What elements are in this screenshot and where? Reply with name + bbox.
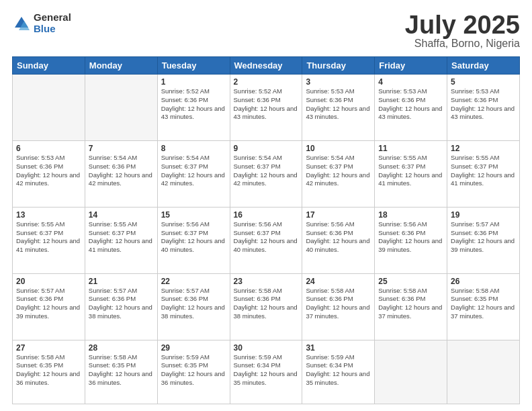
calendar-cell: 29Sunrise: 5:59 AM Sunset: 6:35 PM Dayli… <box>157 340 230 404</box>
calendar-cell: 9Sunrise: 5:54 AM Sunset: 6:37 PM Daylig… <box>230 140 302 207</box>
day-info: Sunrise: 5:54 AM Sunset: 6:37 PM Dayligh… <box>161 154 226 188</box>
col-friday: Friday <box>375 57 447 75</box>
day-number: 29 <box>161 343 226 353</box>
day-info: Sunrise: 5:54 AM Sunset: 6:36 PM Dayligh… <box>89 154 154 188</box>
day-info: Sunrise: 5:55 AM Sunset: 6:37 PM Dayligh… <box>451 154 516 188</box>
day-number: 25 <box>378 277 443 286</box>
col-thursday: Thursday <box>302 57 375 75</box>
day-info: Sunrise: 5:54 AM Sunset: 6:37 PM Dayligh… <box>306 154 371 188</box>
col-monday: Monday <box>85 57 157 75</box>
logo: General Blue <box>12 12 71 34</box>
day-info: Sunrise: 5:58 AM Sunset: 6:36 PM Dayligh… <box>306 287 371 321</box>
day-info: Sunrise: 5:53 AM Sunset: 6:36 PM Dayligh… <box>16 154 81 188</box>
calendar-cell: 18Sunrise: 5:56 AM Sunset: 6:36 PM Dayli… <box>375 207 447 273</box>
day-number: 7 <box>89 144 154 153</box>
day-info: Sunrise: 5:52 AM Sunset: 6:36 PM Dayligh… <box>234 87 299 122</box>
day-info: Sunrise: 5:56 AM Sunset: 6:37 PM Dayligh… <box>234 220 299 255</box>
calendar-cell: 24Sunrise: 5:58 AM Sunset: 6:36 PM Dayli… <box>302 273 375 340</box>
day-info: Sunrise: 5:56 AM Sunset: 6:36 PM Dayligh… <box>306 220 371 255</box>
calendar-cell: 13Sunrise: 5:55 AM Sunset: 6:37 PM Dayli… <box>13 207 85 273</box>
calendar-cell: 1Sunrise: 5:52 AM Sunset: 6:36 PM Daylig… <box>157 75 230 141</box>
calendar-cell: 16Sunrise: 5:56 AM Sunset: 6:37 PM Dayli… <box>230 207 302 273</box>
day-info: Sunrise: 5:56 AM Sunset: 6:36 PM Dayligh… <box>378 220 443 255</box>
day-number: 2 <box>234 77 299 87</box>
col-sunday: Sunday <box>13 57 85 75</box>
calendar-cell: 4Sunrise: 5:53 AM Sunset: 6:36 PM Daylig… <box>375 75 447 141</box>
day-number: 17 <box>306 210 371 220</box>
col-wednesday: Wednesday <box>230 57 302 75</box>
day-info: Sunrise: 5:55 AM Sunset: 6:37 PM Dayligh… <box>16 220 81 255</box>
title-month: July 2025 <box>405 12 520 38</box>
day-number: 4 <box>378 77 443 87</box>
day-number: 8 <box>161 144 226 153</box>
day-number: 14 <box>89 210 154 220</box>
day-info: Sunrise: 5:57 AM Sunset: 6:36 PM Dayligh… <box>161 287 226 321</box>
day-info: Sunrise: 5:57 AM Sunset: 6:36 PM Dayligh… <box>16 287 81 321</box>
calendar-cell: 11Sunrise: 5:55 AM Sunset: 6:37 PM Dayli… <box>375 140 447 207</box>
calendar-cell: 26Sunrise: 5:58 AM Sunset: 6:35 PM Dayli… <box>447 273 520 340</box>
calendar-cell: 19Sunrise: 5:57 AM Sunset: 6:36 PM Dayli… <box>447 207 520 273</box>
calendar-cell: 22Sunrise: 5:57 AM Sunset: 6:36 PM Dayli… <box>157 273 230 340</box>
day-info: Sunrise: 5:56 AM Sunset: 6:37 PM Dayligh… <box>161 220 226 255</box>
day-number: 11 <box>378 144 443 153</box>
week-row: 13Sunrise: 5:55 AM Sunset: 6:37 PM Dayli… <box>13 207 520 273</box>
day-number: 23 <box>234 277 299 286</box>
calendar-cell: 25Sunrise: 5:58 AM Sunset: 6:36 PM Dayli… <box>375 273 447 340</box>
header: General Blue July 2025 Shaffa, Borno, Ni… <box>12 12 520 50</box>
calendar-cell: 28Sunrise: 5:58 AM Sunset: 6:35 PM Dayli… <box>85 340 157 404</box>
day-number: 15 <box>161 210 226 220</box>
calendar-cell <box>447 340 520 404</box>
day-info: Sunrise: 5:57 AM Sunset: 6:36 PM Dayligh… <box>89 287 154 321</box>
day-info: Sunrise: 5:53 AM Sunset: 6:36 PM Dayligh… <box>451 87 516 122</box>
day-number: 31 <box>306 343 371 353</box>
day-info: Sunrise: 5:58 AM Sunset: 6:35 PM Dayligh… <box>89 353 154 387</box>
day-info: Sunrise: 5:55 AM Sunset: 6:37 PM Dayligh… <box>378 154 443 188</box>
day-number: 27 <box>16 343 81 353</box>
logo-general-text: General <box>34 12 71 24</box>
logo-icon <box>12 14 31 33</box>
calendar-cell: 23Sunrise: 5:58 AM Sunset: 6:36 PM Dayli… <box>230 273 302 340</box>
day-info: Sunrise: 5:55 AM Sunset: 6:37 PM Dayligh… <box>89 220 154 255</box>
calendar-cell: 17Sunrise: 5:56 AM Sunset: 6:36 PM Dayli… <box>302 207 375 273</box>
calendar-cell: 12Sunrise: 5:55 AM Sunset: 6:37 PM Dayli… <box>447 140 520 207</box>
calendar-cell: 3Sunrise: 5:53 AM Sunset: 6:36 PM Daylig… <box>302 75 375 141</box>
day-info: Sunrise: 5:53 AM Sunset: 6:36 PM Dayligh… <box>306 87 371 122</box>
day-info: Sunrise: 5:58 AM Sunset: 6:36 PM Dayligh… <box>234 287 299 321</box>
day-info: Sunrise: 5:53 AM Sunset: 6:36 PM Dayligh… <box>378 87 443 122</box>
calendar-cell: 31Sunrise: 5:59 AM Sunset: 6:34 PM Dayli… <box>302 340 375 404</box>
day-info: Sunrise: 5:58 AM Sunset: 6:36 PM Dayligh… <box>378 287 443 321</box>
day-info: Sunrise: 5:58 AM Sunset: 6:35 PM Dayligh… <box>16 353 81 387</box>
day-number: 26 <box>451 277 516 286</box>
day-number: 10 <box>306 144 371 153</box>
title-location: Shaffa, Borno, Nigeria <box>405 38 520 50</box>
day-info: Sunrise: 5:59 AM Sunset: 6:34 PM Dayligh… <box>306 353 371 387</box>
calendar-cell: 15Sunrise: 5:56 AM Sunset: 6:37 PM Dayli… <box>157 207 230 273</box>
day-number: 3 <box>306 77 371 87</box>
day-number: 6 <box>16 144 81 153</box>
day-number: 24 <box>306 277 371 286</box>
day-number: 22 <box>161 277 226 286</box>
day-info: Sunrise: 5:58 AM Sunset: 6:35 PM Dayligh… <box>451 287 516 321</box>
page: General Blue July 2025 Shaffa, Borno, Ni… <box>0 0 532 411</box>
day-number: 16 <box>234 210 299 220</box>
header-row: Sunday Monday Tuesday Wednesday Thursday… <box>13 57 520 75</box>
calendar-cell: 7Sunrise: 5:54 AM Sunset: 6:36 PM Daylig… <box>85 140 157 207</box>
day-number: 1 <box>161 77 226 87</box>
logo-blue-text: Blue <box>34 24 71 35</box>
calendar-cell: 10Sunrise: 5:54 AM Sunset: 6:37 PM Dayli… <box>302 140 375 207</box>
calendar-cell: 5Sunrise: 5:53 AM Sunset: 6:36 PM Daylig… <box>447 75 520 141</box>
col-tuesday: Tuesday <box>157 57 230 75</box>
week-row: 6Sunrise: 5:53 AM Sunset: 6:36 PM Daylig… <box>13 140 520 207</box>
title-block: July 2025 Shaffa, Borno, Nigeria <box>405 12 520 50</box>
calendar-cell <box>85 75 157 141</box>
logo-text: General Blue <box>34 12 71 34</box>
calendar-cell <box>375 340 447 404</box>
day-number: 13 <box>16 210 81 220</box>
calendar-cell: 6Sunrise: 5:53 AM Sunset: 6:36 PM Daylig… <box>13 140 85 207</box>
day-info: Sunrise: 5:59 AM Sunset: 6:35 PM Dayligh… <box>161 353 226 387</box>
calendar-cell: 21Sunrise: 5:57 AM Sunset: 6:36 PM Dayli… <box>85 273 157 340</box>
day-number: 30 <box>234 343 299 353</box>
calendar-cell: 2Sunrise: 5:52 AM Sunset: 6:36 PM Daylig… <box>230 75 302 141</box>
calendar-cell: 27Sunrise: 5:58 AM Sunset: 6:35 PM Dayli… <box>13 340 85 404</box>
day-number: 19 <box>451 210 516 220</box>
